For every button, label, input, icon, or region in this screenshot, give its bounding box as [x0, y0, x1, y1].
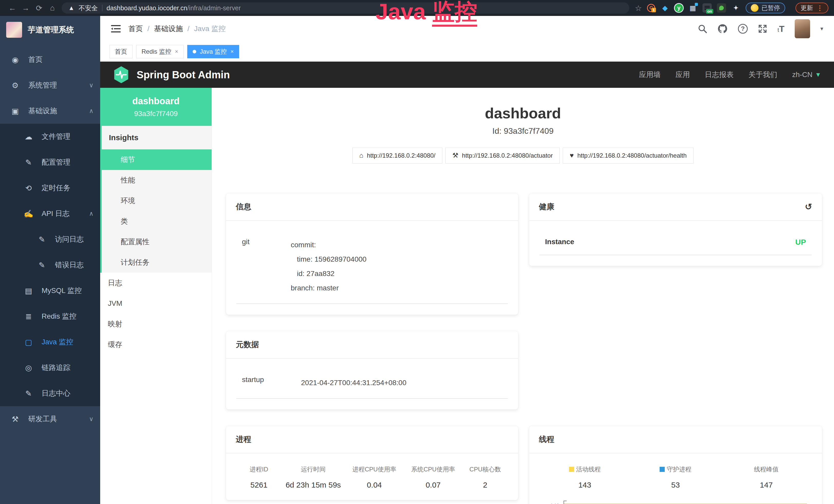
sba-logo-icon: [113, 66, 129, 84]
sidebar-item-api-logs[interactable]: ✍ API 日志 ∧: [0, 201, 100, 226]
sidebar-item-access-logs[interactable]: ✎ 访问日志: [0, 226, 100, 252]
warning-icon: ▲: [68, 4, 74, 12]
sba-item-mappings[interactable]: 映射: [100, 314, 212, 334]
reload-icon[interactable]: ⟳: [32, 4, 46, 13]
health-key: Instance: [545, 238, 594, 247]
sba-brand[interactable]: Spring Boot Admin: [113, 66, 230, 84]
sidebar-item-error-logs[interactable]: ✎ 错误日志: [0, 252, 100, 278]
log-edit-icon: ✎: [36, 260, 48, 270]
home-icon[interactable]: ⌂: [46, 4, 59, 12]
sidebar-item-config-management[interactable]: ✎ 配置管理: [0, 150, 100, 175]
breadcrumb-infrastructure[interactable]: 基础设施: [154, 24, 183, 33]
sba-link-wallboard[interactable]: 应用墙: [639, 70, 661, 79]
user-avatar[interactable]: [795, 19, 810, 38]
metadata-card-title: 元数据: [226, 331, 518, 359]
monitor-icon: ▢: [23, 338, 35, 347]
eye-icon: ◎: [23, 363, 35, 372]
search-icon[interactable]: [698, 24, 707, 33]
tab-redis-monitor[interactable]: Redis 监控 ×: [136, 45, 184, 58]
sidebar-item-java-monitor[interactable]: ▢ Java 监控: [0, 329, 100, 355]
address-bar[interactable]: ▲ 不安全 dashboard.yudao.iocoder.cn/infra/a…: [62, 2, 629, 14]
help-icon[interactable]: ?: [738, 24, 748, 33]
sidebar-item-scheduled-tasks[interactable]: ⟲ 定时任务: [0, 175, 100, 201]
sidebar-item-dev-tools[interactable]: ⚒ 研发工具 ∨: [0, 406, 100, 432]
sba-item-scheduled-tasks[interactable]: 计划任务: [102, 252, 212, 273]
breadcrumb: 首页 / 基础设施 / Java 监控: [128, 24, 226, 33]
sba-body: dashboard 93a3fc7f7409 Insights 细节 性能 环境…: [100, 88, 834, 504]
legend-square-daemon: [660, 467, 665, 472]
sba-link-applications[interactable]: 应用: [676, 70, 690, 79]
threads-chart-plot: [564, 501, 809, 504]
browser-update-button[interactable]: 更新 ⋮: [795, 3, 828, 13]
navbar-actions: ? tT ▾: [698, 19, 823, 38]
sba-link-about[interactable]: 关于我们: [748, 70, 777, 79]
text-size-icon[interactable]: tT: [777, 24, 785, 34]
threads-card: 线程 活动线程 143 守护进程: [529, 426, 822, 504]
sba-item-logs[interactable]: 日志: [100, 273, 212, 293]
sba-item-metrics[interactable]: 性能: [102, 170, 212, 190]
extension-icon-pin[interactable]: ◆: [660, 3, 670, 13]
instance-header[interactable]: dashboard 93a3fc7f7409: [100, 88, 212, 126]
bookmark-star-icon[interactable]: ☆: [635, 4, 642, 13]
browser-menu-icon[interactable]: ⋮: [816, 4, 823, 12]
sba-item-config-props[interactable]: 配置属性: [102, 232, 212, 252]
stat-live-threads: 活动线程 143: [540, 465, 630, 489]
insights-section-label: Insights: [102, 126, 212, 150]
sba-item-jvm[interactable]: JVM: [100, 293, 212, 314]
sidebar-item-system[interactable]: ⚙ 系统管理 ∨: [0, 72, 100, 98]
profile-paused-badge[interactable]: 已暂停: [746, 3, 785, 13]
info-value: commit: time: 1596289704000 id: 27aa832 …: [291, 238, 367, 295]
tab-home[interactable]: 首页: [109, 45, 133, 58]
chevron-up-icon: ∧: [89, 210, 93, 217]
extensions-row: ☆ C1 ◆ y ▦ on ✦ 已暂停 更新 ⋮: [635, 3, 828, 13]
fullscreen-icon[interactable]: [758, 24, 767, 33]
cloud-upload-icon: ☁: [23, 132, 35, 141]
history-icon[interactable]: ↺: [805, 202, 812, 212]
extension-icon-leaf[interactable]: [717, 3, 726, 13]
dashboard-icon: ◉: [9, 55, 21, 64]
close-icon[interactable]: ×: [231, 48, 234, 55]
health-card-header: 健康 ↺: [529, 193, 822, 221]
close-icon[interactable]: ×: [175, 48, 178, 55]
extension-icon-c[interactable]: C1: [647, 4, 655, 12]
extensions-puzzle-icon[interactable]: ✦: [731, 3, 741, 13]
log-edit-icon: ✎: [36, 235, 48, 244]
hamburger-icon[interactable]: [111, 24, 121, 33]
infrastructure-submenu: ☁ 文件管理 ✎ 配置管理 ⟲ 定时任务 ✍ API 日志 ∧ ✎: [0, 124, 100, 406]
actuator-url-chip[interactable]: ⚒ http://192.168.0.2:48080/actuator: [445, 147, 560, 164]
sidebar-item-home[interactable]: ◉ 首页: [0, 47, 100, 72]
sba-item-environment[interactable]: 环境: [102, 190, 212, 211]
sba-item-details[interactable]: 细节: [102, 150, 212, 170]
sidebar-item-tracing[interactable]: ◎ 链路追踪: [0, 355, 100, 381]
service-url-chip[interactable]: ⌂ http://192.168.0.2:48080/: [352, 147, 443, 164]
app-logo: [6, 22, 22, 38]
sidebar-item-log-center[interactable]: ✎ 日志中心: [0, 381, 100, 406]
extension-icon-on[interactable]: on: [702, 3, 712, 13]
forward-icon[interactable]: →: [19, 4, 32, 12]
app-title: 芋道管理系统: [28, 25, 74, 35]
breadcrumb-home[interactable]: 首页: [128, 24, 143, 33]
sidebar-item-infrastructure[interactable]: ▣ 基础设施 ∧: [0, 98, 100, 124]
sidebar-item-file-management[interactable]: ☁ 文件管理: [0, 124, 100, 150]
sba-locale-select[interactable]: zh-CN ▼: [792, 71, 821, 79]
extension-badge: 1: [651, 8, 656, 13]
avatar-caret-icon[interactable]: ▾: [820, 25, 823, 32]
tab-java-monitor[interactable]: Java 监控 ×: [187, 45, 239, 58]
info-card-title: 信息: [226, 193, 518, 221]
back-icon[interactable]: ←: [6, 4, 19, 12]
extension-icon-y[interactable]: y: [675, 4, 683, 12]
sba-link-journal[interactable]: 日志报表: [705, 70, 733, 79]
git-info-row: git commit: time: 1596289704000 id: 27aa…: [236, 233, 508, 304]
extension-icon-grid[interactable]: ▦: [688, 3, 697, 13]
info-key: git: [242, 238, 291, 295]
sba-item-classes[interactable]: 类: [102, 211, 212, 232]
health-url-chip[interactable]: ♥ http://192.168.0.2:48080/actuator/heal…: [563, 147, 694, 164]
sba-item-caches[interactable]: 缓存: [100, 334, 212, 355]
address-divider: [102, 5, 103, 11]
sidebar-item-mysql-monitor[interactable]: ▤ MySQL 监控: [0, 278, 100, 303]
monitor-chart-icon: ▣: [9, 107, 21, 116]
stat-system-cpu: 系统CPU使用率 0.07: [404, 465, 463, 489]
sidebar-item-redis-monitor[interactable]: ≣ Redis 监控: [0, 303, 100, 329]
security-label: 不安全: [79, 4, 98, 12]
github-icon[interactable]: [717, 24, 728, 34]
